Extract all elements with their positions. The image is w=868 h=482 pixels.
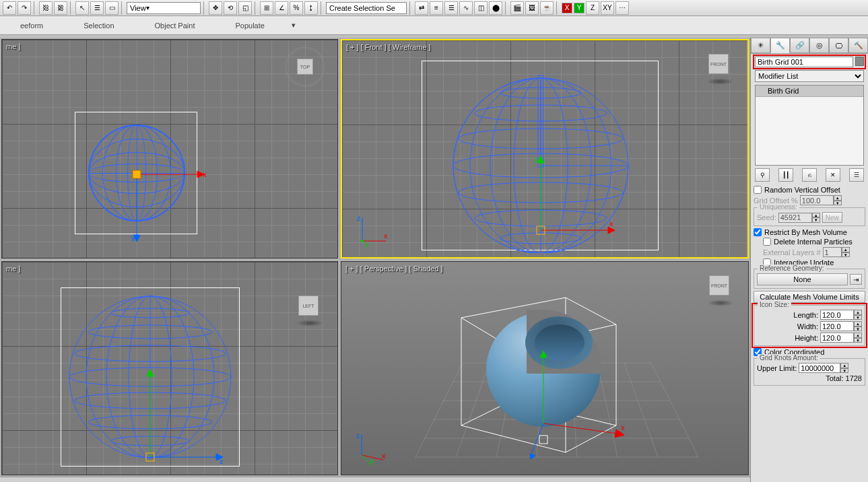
svg-text:z: z	[220, 457, 224, 465]
select-rect-icon[interactable]: ▭	[105, 1, 119, 15]
axis-z-toggle[interactable]: Z	[586, 1, 599, 15]
reference-geometry-button[interactable]: None	[757, 273, 848, 285]
tab-display-icon[interactable]: 🖵	[829, 38, 848, 53]
curve-editor-icon[interactable]: ∿	[459, 1, 473, 15]
svg-text:y: y	[370, 457, 374, 465]
material-editor-icon[interactable]: ⬤	[489, 1, 502, 15]
spinner-snap-icon[interactable]: ⭥	[304, 1, 318, 15]
reference-geometry-group: Reference Geometry: None ⇥	[754, 269, 865, 289]
viewcube-left[interactable]: LEFT	[293, 290, 327, 324]
svg-marker-24	[537, 156, 544, 163]
move-gizmo-left[interactable]: z	[142, 363, 236, 471]
viewport-perspective[interactable]: [ + ] [ Perspective ] [ Shaded ] FRONT	[341, 261, 749, 475]
tab-utilities-icon[interactable]: 🔨	[848, 38, 868, 53]
move-gizmo-persp[interactable]: x	[530, 349, 638, 464]
object-name-input[interactable]	[755, 57, 853, 67]
move-gizmo-front[interactable]: x z	[507, 156, 615, 250]
ribbon-tabs: eeform Selection Object Paint Populate ▾	[0, 16, 868, 35]
width-spinner[interactable]: ▲▼	[820, 321, 862, 331]
tab-motion-icon[interactable]: ◎	[809, 38, 829, 53]
svg-text:z: z	[534, 156, 538, 163]
viewcube-front[interactable]: FRONT	[703, 48, 737, 82]
pin-stack-icon[interactable]: ⚲	[755, 168, 770, 182]
layers-icon[interactable]: ☰	[444, 1, 458, 15]
render-icon[interactable]: ☕	[540, 1, 554, 15]
svg-text:x: x	[384, 232, 388, 240]
select-name-icon[interactable]: ☰	[90, 1, 104, 15]
move-icon[interactable]: ✥	[209, 1, 222, 15]
svg-text:x: x	[609, 219, 613, 228]
axis-y-toggle[interactable]: Y	[574, 3, 585, 13]
link-icon[interactable]: ⛓	[39, 1, 53, 15]
svg-marker-21	[608, 227, 615, 234]
modifier-stack[interactable]: Birth Grid	[755, 85, 864, 166]
uniqueness-group: Uniqueness: Seed: ▲▼ New	[754, 207, 865, 226]
tab-object-paint[interactable]: Object Paint	[135, 22, 215, 30]
redo-icon[interactable]: ↷	[18, 1, 31, 15]
viewcube-persp[interactable]: FRONT	[704, 270, 737, 304]
snap-icon[interactable]: ⊞	[260, 1, 273, 15]
modifier-stack-item[interactable]: Birth Grid	[756, 85, 863, 97]
view-dropdown[interactable]: View ▾	[127, 2, 201, 14]
ribbon-expand-icon[interactable]: ▾	[285, 21, 302, 30]
svg-point-31	[361, 240, 364, 242]
delete-internal-checkbox[interactable]: Delete Internal Particles	[754, 238, 865, 246]
make-unique-icon[interactable]: ⎌	[802, 168, 817, 182]
main-toolbar: ↶ ↷ ⛓ ⛓̸ ↖ ☰ ▭ View ▾ ✥ ⟲ ◱ ⊞ ∠ % ⭥ Crea…	[0, 0, 868, 16]
modifier-list-dropdown[interactable]: Modifier List	[755, 70, 864, 82]
axis-xy-toggle[interactable]: XY	[601, 1, 614, 15]
viewport-left[interactable]: me ] LEFT z	[1, 261, 338, 475]
viewport-container: me ] TOP x y [	[0, 38, 750, 477]
named-selection-dropdown[interactable]: Create Selection Se	[326, 2, 407, 14]
reference-geometry-clear-icon[interactable]: ⇥	[850, 274, 862, 285]
tab-hierarchy-icon[interactable]: 🔗	[790, 38, 809, 53]
length-spinner[interactable]: ▲▼	[820, 310, 862, 320]
timeline-strip[interactable]	[0, 477, 750, 482]
total-value: 1728	[846, 374, 862, 382]
snap-percent-icon[interactable]: %	[290, 1, 303, 15]
object-name-field	[755, 57, 864, 67]
align-icon[interactable]: ≡	[430, 1, 443, 15]
axis-x-toggle[interactable]: X	[562, 3, 572, 13]
axis-more-icon[interactable]: ⋯	[615, 1, 629, 15]
undo-icon[interactable]: ↶	[3, 1, 16, 15]
svg-text:x: x	[621, 423, 625, 432]
show-end-result-icon[interactable]: ┃┃	[778, 168, 793, 182]
viewport-top-label: me ]	[6, 42, 20, 50]
tab-populate[interactable]: Populate	[215, 22, 284, 30]
scale-icon[interactable]: ◱	[238, 1, 252, 15]
svg-line-71	[543, 423, 617, 434]
random-vertical-offset-checkbox[interactable]: Random Vertical Offset	[754, 186, 865, 194]
mirror-icon[interactable]: ⇄	[415, 1, 428, 15]
tab-freeform[interactable]: eeform	[0, 22, 63, 30]
unlink-icon[interactable]: ⛓̸	[54, 1, 67, 15]
select-icon[interactable]: ↖	[75, 1, 89, 15]
rollout-area[interactable]: Random Vertical Offset Grid Offset % ▲▼ …	[751, 183, 868, 482]
viewport-top[interactable]: me ] TOP x y	[1, 39, 338, 259]
svg-rect-78	[539, 436, 547, 444]
tab-modify-icon[interactable]: 🔧	[770, 38, 790, 53]
rotate-icon[interactable]: ⟲	[224, 1, 237, 15]
upper-limit-spinner[interactable]: ▲▼	[799, 363, 848, 373]
svg-text:y: y	[131, 234, 135, 242]
render-frame-icon[interactable]: 🖼	[525, 1, 539, 15]
svg-marker-49	[147, 370, 154, 376]
render-setup-icon[interactable]: 🎬	[510, 1, 524, 15]
remove-modifier-icon[interactable]: ✕	[826, 168, 840, 182]
configure-sets-icon[interactable]: ☰	[849, 168, 864, 182]
move-gizmo-top[interactable]: x y	[130, 168, 211, 248]
viewport-front-label: [ + ] [ Front ] [ Wireframe ]	[346, 43, 431, 51]
snap-angle-icon[interactable]: ∠	[275, 1, 288, 15]
object-color-swatch[interactable]	[855, 57, 864, 66]
viewport-front[interactable]: [ + ] [ Front ] [ Wireframe ] FRONT	[341, 39, 749, 259]
command-panel-tabs: ✳ 🔧 🔗 ◎ 🖵 🔨	[751, 38, 868, 54]
height-spinner[interactable]: ▲▼	[820, 333, 862, 343]
axis-tripod-persp: x z y	[355, 432, 389, 465]
tab-create-icon[interactable]: ✳	[751, 38, 770, 53]
tab-selection[interactable]: Selection	[63, 22, 134, 30]
viewcube-top[interactable]: TOP	[285, 46, 325, 87]
svg-marker-77	[530, 453, 535, 461]
svg-rect-6	[133, 170, 141, 178]
restrict-mesh-checkbox[interactable]: Restrict By Mesh Volume	[754, 228, 865, 236]
schematic-icon[interactable]: ◫	[474, 1, 488, 15]
